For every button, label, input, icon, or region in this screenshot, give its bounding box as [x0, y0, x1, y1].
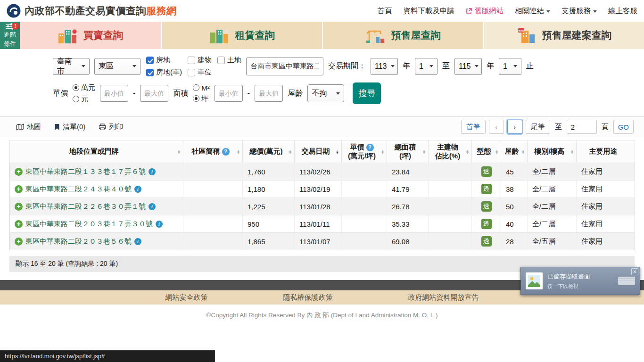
table-row: +東區中華東路二段２４３巷４０號i 1,180 113/02/19 41.79 … [10, 181, 635, 198]
next-page-button[interactable]: › [507, 120, 522, 134]
nav-online-service[interactable]: 線上客服 [608, 6, 637, 16]
district-select[interactable]: 東區 [94, 58, 140, 75]
info-icon[interactable]: i [149, 168, 156, 175]
year-unit-label: 年 [403, 61, 410, 71]
col-floor[interactable]: 樓別/樓高▲▼ [528, 140, 577, 163]
info-icon[interactable]: i [156, 221, 163, 228]
col-date[interactable]: 交易日期▲▼ [295, 140, 342, 163]
checkbox-parking[interactable]: 車位 [188, 68, 212, 77]
price-min-input[interactable] [100, 85, 128, 102]
expand-icon[interactable]: + [15, 203, 23, 211]
radio-ping[interactable]: 坪 [193, 94, 210, 103]
address-input[interactable] [246, 58, 323, 75]
info-icon[interactable]: i [134, 238, 141, 245]
copyright-text: ©Copyright All Rights Reserved By 內 政 部 … [0, 311, 644, 320]
nav-support[interactable]: 支援服務 [561, 6, 597, 16]
checkbox-building[interactable]: 建物 [188, 56, 212, 65]
col-type-label: 型態 [477, 147, 491, 155]
address-link[interactable]: 東區中華東路二段２０３巷５６號 [25, 237, 132, 246]
col-total-area-unit: (坪) [399, 152, 411, 160]
footer-link-privacy[interactable]: 隱私權保護政策 [283, 293, 333, 302]
radio-yuan-label: 元 [81, 95, 88, 104]
nav-download[interactable]: 資料下載及申請 [404, 6, 455, 16]
address-link[interactable]: 東區中華東路二段２４３巷４０號 [25, 185, 132, 194]
sort-icon: ▲▼ [237, 149, 240, 154]
col-unit-price[interactable]: 單價?(萬元/坪)▲▼ [342, 140, 387, 163]
col-community[interactable]: 社區簡稱?▲▼ [183, 140, 243, 163]
building-type-badge: 透 [481, 184, 492, 194]
radio-yuan[interactable]: 元 [73, 95, 95, 104]
sort-icon: ▲▼ [336, 149, 339, 154]
col-age[interactable]: 屋齡▲▼ [501, 140, 528, 163]
usage-cell: 住家用 [577, 215, 635, 233]
print-button[interactable]: 列印 [99, 123, 123, 132]
building-age-select[interactable]: 不拘 [307, 84, 344, 102]
city-select[interactable]: 臺南市 [53, 58, 90, 75]
col-address[interactable]: 地段位置或門牌▲▼ [10, 140, 183, 163]
checkbox-land[interactable]: 土地 [217, 56, 241, 65]
go-button[interactable]: GO [613, 120, 634, 134]
table-row: +東區中華東路二段１３３巷１７弄６號i 1,760 113/02/26 23.8… [10, 163, 635, 181]
expand-icon[interactable]: + [15, 185, 23, 193]
screenshot-saved-notification[interactable]: 已儲存擷取畫面 按一下以檢視 ✕ [520, 267, 640, 295]
radio-square-meter[interactable]: M² [193, 84, 210, 92]
tab-presale-query[interactable]: 預售屋查詢 [322, 22, 483, 49]
price-max-input[interactable] [140, 85, 168, 102]
saved-list-button[interactable]: 清單(0) [54, 123, 85, 132]
checkbox-house-parking[interactable]: 房地(車) [146, 68, 182, 77]
address-link[interactable]: 東區中華東路二段２０３巷１７弄３０號 [25, 220, 153, 229]
col-total-price[interactable]: 總價(萬元)▲▼ [243, 140, 295, 163]
col-usage[interactable]: 主要用途 [577, 140, 635, 163]
building-type-badge: 透 [481, 219, 492, 229]
area-min-input[interactable] [215, 85, 243, 102]
radio-square-meter-label: M² [201, 84, 210, 92]
help-icon[interactable]: ? [222, 148, 230, 156]
col-type[interactable]: 型態▲▼ [472, 140, 501, 163]
advanced-conditions-button[interactable]: 進階 條件 ! [0, 22, 20, 49]
community-cell [183, 163, 243, 181]
tab-presale-project-query[interactable]: New 預售屋建案查詢 [483, 22, 644, 49]
col-total-area[interactable]: 總面積(坪)▲▼ [387, 140, 429, 163]
checkbox-house-land[interactable]: 房地 [146, 56, 182, 65]
tab-buy-sell-query[interactable]: 買賣查詢 [20, 22, 161, 49]
nav-old-site[interactable]: 舊版網站 [466, 6, 504, 16]
chevron-down-icon [82, 65, 85, 67]
date-cell: 113/02/19 [295, 181, 342, 198]
year-from-select[interactable]: 113 [371, 58, 398, 75]
footer-link-security[interactable]: 網站安全政策 [165, 293, 208, 302]
first-page-button[interactable]: 首筆 [461, 120, 486, 134]
area-max-input[interactable] [255, 85, 283, 102]
map-view-button[interactable]: 地圖 [16, 123, 41, 132]
tab-rent-query[interactable]: 租賃查詢 [161, 22, 322, 49]
expand-icon[interactable]: + [15, 168, 23, 176]
community-cell [183, 198, 243, 215]
close-icon[interactable]: ✕ [631, 268, 638, 275]
last-page-button[interactable]: 尾筆 [526, 120, 550, 134]
month-to-select[interactable]: 1 [499, 58, 521, 75]
address-link[interactable]: 東區中華東路二段１３３巷１７弄６號 [25, 167, 146, 176]
info-icon[interactable]: i [134, 186, 141, 193]
query-tabbar: 進階 條件 ! 買賣查詢 租賃查詢 預售屋查詢 New 預售屋建案查詢 [0, 22, 644, 49]
year-to-select[interactable]: 115 [454, 58, 482, 75]
prev-page-button[interactable]: ‹ [489, 120, 504, 134]
building-type-badge: 透 [481, 236, 492, 247]
screenshot-thumbnail[interactable] [526, 272, 543, 289]
month-from-select[interactable]: 1 [415, 58, 438, 75]
page-number-input[interactable] [567, 120, 597, 134]
radio-wan-yuan-label: 萬元 [81, 83, 95, 92]
help-icon[interactable]: ? [366, 144, 374, 151]
expand-icon[interactable]: + [15, 220, 23, 228]
col-unit-price-unit: (萬元/坪) [348, 152, 376, 160]
radio-wan-yuan[interactable]: 萬元 [73, 83, 95, 92]
info-icon[interactable]: i [149, 203, 156, 210]
expand-icon[interactable]: + [15, 238, 23, 246]
result-toolbar: 地圖 清單(0) 列印 首筆 ‹ › 尾筆 至 頁 GO [0, 116, 644, 137]
footer-link-open-data[interactable]: 政府網站資料開放宣告 [408, 293, 479, 302]
nav-home[interactable]: 首頁 [378, 6, 392, 16]
moi-logo-icon[interactable] [7, 4, 21, 18]
nav-related-links[interactable]: 相關連結 [515, 6, 550, 16]
search-button[interactable]: 搜尋 [353, 82, 381, 104]
address-link[interactable]: 東區中華東路二段２２６巷３０弄１號 [25, 202, 146, 211]
usage-cell: 住家用 [577, 181, 635, 198]
col-main-ratio[interactable]: 主建物佔比(%)▲▼ [429, 140, 472, 163]
